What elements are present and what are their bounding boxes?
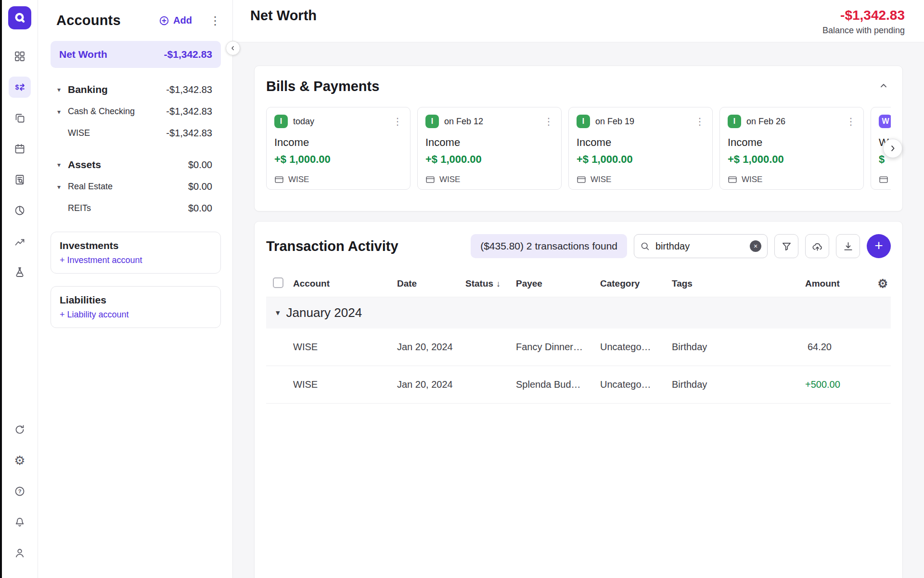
sidebar-item-cash-checking[interactable]: ▾ Cash & Checking -$1,342.83	[51, 101, 221, 122]
bill-due-date: on Feb 12	[444, 117, 483, 127]
collapse-bills-button[interactable]	[876, 79, 891, 94]
nav-rail: $ ⚙ ?	[2, 0, 38, 578]
bills-carousel: Itoday⋮ Income +$ 1,000.00 WISE Ion Feb …	[266, 107, 891, 190]
select-all-checkbox[interactable]	[273, 277, 283, 288]
investments-card: Investments + Investment account	[51, 232, 221, 274]
content-area: Bills & Payments Itoday⋮ Income +$ 1,000…	[233, 42, 924, 578]
bills-row: Itoday⋮ Income +$ 1,000.00 WISE Ion Feb …	[266, 107, 891, 190]
transaction-search: ×	[634, 234, 768, 258]
table-row[interactable]: WISE Jan 20, 2024 Fancy Dinner… Uncatego…	[266, 328, 891, 366]
sidebar-item-reits[interactable]: REITs $0.00	[51, 197, 221, 219]
refresh-button[interactable]	[9, 419, 31, 440]
account-group-value: $0.00	[188, 181, 212, 192]
month-group-row[interactable]: ▾ January 2024	[266, 297, 891, 328]
account-label: WISE	[68, 128, 90, 138]
nav-calendar-icon[interactable]	[9, 138, 31, 159]
table-settings-icon[interactable]: ⚙	[878, 277, 888, 290]
sidebar-item-wise[interactable]: WISE -$1,342.83	[51, 122, 221, 144]
download-button[interactable]	[836, 234, 860, 258]
caret-down-icon[interactable]: ▾	[57, 108, 68, 116]
funnel-icon	[781, 241, 792, 252]
nav-transactions-icon[interactable]: $	[9, 77, 31, 98]
help-button[interactable]: ?	[9, 481, 31, 502]
bill-due-date: today	[293, 117, 314, 127]
net-worth-value: -$1,342.83	[164, 49, 212, 60]
pending-balance-caption: Balance with pending	[822, 26, 905, 36]
bill-account: WISE	[590, 175, 611, 184]
account-group-label: Real Estate	[68, 182, 113, 192]
account-value: -$1,342.83	[166, 128, 212, 139]
transactions-title: Transaction Activity	[266, 238, 398, 254]
filter-button[interactable]	[774, 234, 798, 258]
close-icon: ×	[754, 243, 757, 250]
sidebar-collapse-button[interactable]	[226, 41, 240, 55]
search-input[interactable]	[654, 240, 745, 252]
column-header-status[interactable]: Status↓	[465, 278, 516, 289]
profile-button[interactable]	[9, 542, 31, 564]
nav-reports-icon[interactable]	[9, 169, 31, 190]
bill-menu-icon[interactable]: ⋮	[393, 117, 402, 126]
sidebar-header: Accounts Add ⋮	[56, 13, 221, 28]
column-header-payee[interactable]: Payee	[516, 278, 600, 289]
bills-next-button[interactable]	[883, 139, 902, 158]
upload-button[interactable]	[805, 234, 829, 258]
bill-card[interactable]: Itoday⋮ Income +$ 1,000.00 WISE	[266, 107, 411, 190]
sidebar-title: Accounts	[56, 13, 121, 28]
bill-card[interactable]: Ion Feb 19⋮ Income +$ 1,000.00 WISE	[568, 107, 713, 190]
column-header-date[interactable]: Date	[397, 278, 465, 289]
column-header-category[interactable]: Category	[600, 278, 672, 289]
credit-card-icon	[728, 175, 737, 184]
sidebar-item-real-estate[interactable]: ▾ Real Estate $0.00	[51, 176, 221, 197]
nav-investments-icon[interactable]	[9, 231, 31, 252]
nav-accounts-icon[interactable]	[9, 107, 31, 129]
sort-desc-icon: ↓	[496, 279, 500, 289]
bill-card[interactable]: Ion Feb 26⋮ Income +$ 1,000.00 WISE	[719, 107, 864, 190]
add-liability-account-link[interactable]: + Liability account	[60, 310, 129, 320]
column-header-amount[interactable]: Amount	[805, 278, 867, 289]
clear-search-button[interactable]: ×	[750, 240, 761, 252]
app-logo[interactable]	[8, 6, 31, 29]
bill-account: WISE	[742, 175, 762, 184]
add-account-button[interactable]: Add	[156, 14, 195, 26]
account-group-label: Banking	[68, 84, 108, 95]
add-investment-account-link[interactable]: + Investment account	[60, 255, 142, 265]
transactions-toolbar: Transaction Activity ($435.80) 2 transac…	[266, 234, 891, 258]
caret-down-icon[interactable]: ▾	[57, 161, 68, 169]
caret-down-icon[interactable]: ▾	[57, 86, 68, 93]
notifications-button[interactable]	[9, 512, 31, 533]
column-header-account[interactable]: Account	[293, 278, 397, 289]
sidebar-menu-icon[interactable]: ⋮	[209, 15, 221, 26]
main-area: Net Worth -$1,342.83 Balance with pendin…	[233, 0, 924, 578]
account-label: REITs	[68, 203, 91, 213]
column-header-tags[interactable]: Tags	[672, 278, 805, 289]
liabilities-title: Liabilities	[60, 294, 212, 306]
bill-name: Income	[425, 136, 553, 149]
bills-header: Bills & Payments	[266, 79, 891, 94]
cloud-upload-icon	[812, 241, 823, 252]
caret-down-icon[interactable]: ▾	[57, 183, 68, 191]
add-transaction-button[interactable]: +	[867, 234, 891, 258]
cell-payee: Splenda Bud…	[516, 379, 600, 390]
chevron-left-icon	[230, 45, 236, 52]
table-row[interactable]: WISE Jan 20, 2024 Splenda Bud… Uncatego……	[266, 366, 891, 404]
download-icon	[843, 241, 854, 252]
sidebar-item-net-worth[interactable]: Net Worth -$1,342.83	[51, 41, 221, 68]
credit-card-icon	[577, 175, 586, 184]
investments-title: Investments	[60, 240, 212, 251]
plus-icon: +	[874, 238, 883, 253]
nav-spending-icon[interactable]	[9, 200, 31, 221]
transaction-activity-card: Transaction Activity ($435.80) 2 transac…	[254, 221, 903, 578]
balance-block: -$1,342.83 Balance with pending	[822, 8, 905, 36]
bill-menu-icon[interactable]: ⋮	[846, 117, 856, 126]
nav-dashboard-icon[interactable]	[9, 46, 31, 67]
income-badge: I	[728, 115, 741, 128]
sidebar-item-banking[interactable]: ▾ Banking -$1,342.83	[51, 79, 221, 101]
bill-card[interactable]: Ion Feb 12⋮ Income +$ 1,000.00 WISE	[417, 107, 562, 190]
settings-button[interactable]: ⚙	[9, 450, 31, 471]
bill-menu-icon[interactable]: ⋮	[544, 117, 553, 126]
account-group-value: -$1,342.83	[166, 84, 212, 95]
sidebar-item-assets[interactable]: ▾ Assets $0.00	[51, 154, 221, 176]
bill-menu-icon[interactable]: ⋮	[695, 117, 705, 126]
nav-goals-icon[interactable]	[9, 262, 31, 283]
cell-account: WISE	[293, 379, 397, 390]
